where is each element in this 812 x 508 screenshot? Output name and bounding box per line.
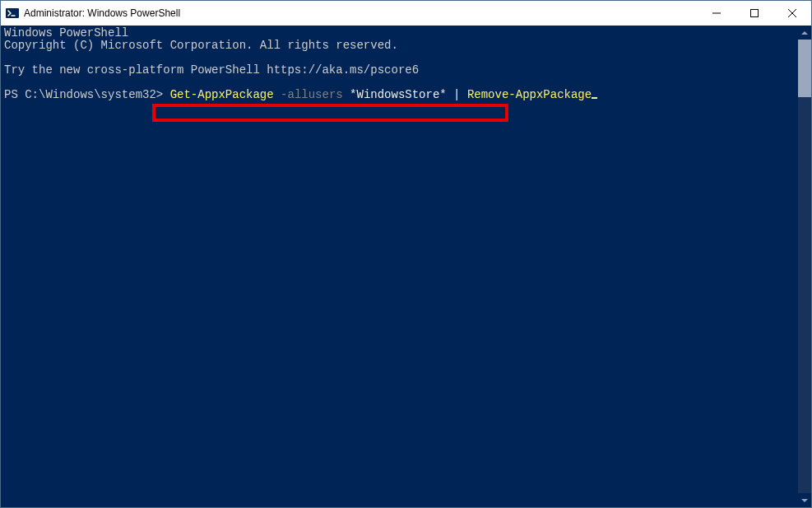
window-title: Administrator: Windows PowerShell [24,7,180,19]
maximize-button[interactable] [735,1,773,26]
console-line: Try the new cross-platform PowerShell ht… [4,63,419,77]
command-cmdlet: Remove-AppxPackage [461,88,592,101]
scroll-track[interactable] [798,40,811,493]
console-line: Windows PowerShell [4,26,128,40]
window-controls [698,1,811,26]
console-text[interactable]: Windows PowerShell Copyright (C) Microso… [1,26,811,507]
command-param: -allusers [274,88,343,101]
minimize-button[interactable] [698,1,735,26]
title-bar-left: Administrator: Windows PowerShell [1,7,180,20]
scroll-up-button[interactable] [798,26,811,40]
command-arg: *WindowsStore* [343,88,453,101]
svg-rect-0 [6,8,19,18]
title-bar[interactable]: Administrator: Windows PowerShell [1,1,811,26]
console-line: Copyright (C) Microsoft Corporation. All… [4,39,398,52]
scroll-down-button[interactable] [798,493,811,507]
svg-rect-3 [751,10,759,17]
text-cursor [592,89,597,99]
vertical-scrollbar[interactable] [798,26,811,507]
powershell-icon [6,7,19,20]
close-button[interactable] [773,1,811,26]
scroll-thumb[interactable] [798,40,811,97]
pipe-symbol: | [453,88,460,101]
powershell-window: Administrator: Windows PowerShell Window… [0,0,812,508]
command-cmdlet: Get-AppxPackage [170,88,274,101]
prompt-text: PS C:\Windows\system32> [4,88,170,101]
console-area[interactable]: Windows PowerShell Copyright (C) Microso… [1,26,811,507]
